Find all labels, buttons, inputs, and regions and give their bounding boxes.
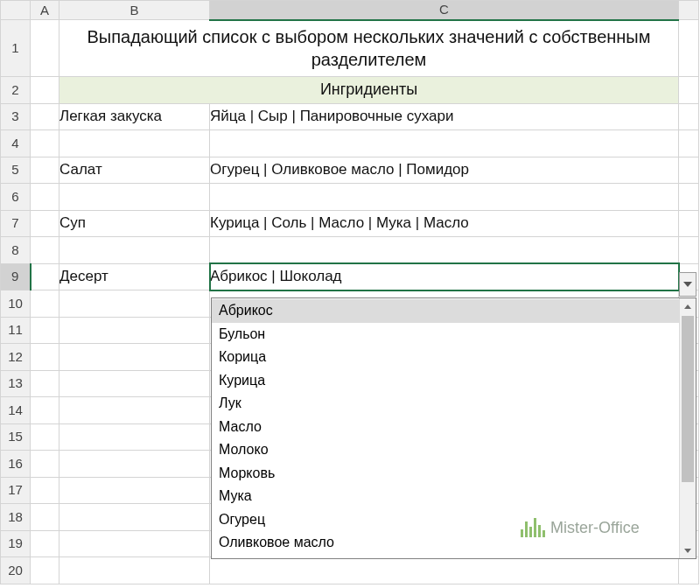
cell-d6[interactable] [679,184,699,211]
cell-d7[interactable] [679,210,699,237]
col-header-extra[interactable] [679,1,699,20]
dropdown-item[interactable]: Молоко [212,438,679,462]
row-header-10[interactable]: 10 [1,290,31,318]
cell-a11[interactable] [31,317,60,344]
dropdown-item[interactable]: Мука [212,485,679,508]
cell-a16[interactable] [31,451,60,478]
title-cell[interactable]: Выпадающий список с выбором нескольких з… [60,20,679,77]
cell-b17[interactable] [60,477,210,504]
row-header-11[interactable]: 11 [1,317,31,344]
cell-a8[interactable] [31,237,60,264]
cell-c20[interactable] [210,557,679,584]
cell-a1[interactable] [31,20,60,77]
row-header-9[interactable]: 9 [1,263,31,290]
row-header-20[interactable]: 20 [1,557,31,584]
ingredients-header[interactable]: Ингридиенты [60,77,679,104]
dropdown-item[interactable]: Масло [212,416,679,439]
cell-b3[interactable]: Легкая закуска [60,103,210,130]
cell-b20[interactable] [60,557,210,584]
cell-a6[interactable] [31,184,60,211]
cell-a14[interactable] [31,397,60,424]
cell-b5[interactable]: Салат [60,157,210,184]
cell-a7[interactable] [31,210,60,237]
cell-c9-active[interactable]: Абрикос | Шоколад [210,263,679,290]
scroll-down-icon[interactable] [680,542,696,558]
cell-a20[interactable] [31,557,60,584]
row-header-16[interactable]: 16 [1,451,31,478]
cell-d1[interactable] [679,20,699,77]
col-header-b[interactable]: B [60,1,210,20]
cell-a18[interactable] [31,504,60,531]
cell-b10[interactable] [60,290,210,318]
dropdown-button[interactable] [679,272,696,297]
row-header-7[interactable]: 7 [1,210,31,237]
cell-b8[interactable] [60,237,210,264]
cell-b6[interactable] [60,184,210,211]
cell-a9[interactable] [31,263,60,290]
cell-b7[interactable]: Суп [60,210,210,237]
dropdown-scrollbar[interactable] [679,298,696,558]
cell-a10[interactable] [31,290,60,318]
dropdown-item[interactable]: Курица [212,369,679,393]
cell-d3[interactable] [679,103,699,130]
cell-a15[interactable] [31,424,60,451]
cell-a2[interactable] [31,77,60,104]
cell-b18[interactable] [60,504,210,531]
cell-d2[interactable] [679,77,699,104]
row-header-5[interactable]: 5 [1,157,31,184]
cell-c7[interactable]: Курица | Соль | Масло | Мука | Масло [210,210,679,237]
row-header-4[interactable]: 4 [1,130,31,158]
cell-b19[interactable] [60,530,210,557]
cell-a13[interactable] [31,370,60,397]
row-header-19[interactable]: 19 [1,530,31,557]
cell-b12[interactable] [60,344,210,371]
cell-c5[interactable]: Огурец | Оливковое масло | Помидор [210,157,679,184]
scroll-up-icon[interactable] [680,298,696,314]
cell-a19[interactable] [31,530,60,557]
row-header-12[interactable]: 12 [1,344,31,371]
cell-b14[interactable] [60,397,210,424]
cell-c6[interactable] [210,184,679,211]
cell-d20[interactable] [679,557,699,584]
cell-a12[interactable] [31,344,60,371]
col-header-c[interactable]: C [210,1,679,20]
row-header-8[interactable]: 8 [1,237,31,264]
row-header-13[interactable]: 13 [1,370,31,397]
cell-b16[interactable] [60,451,210,478]
row-header-14[interactable]: 14 [1,397,31,424]
cell-c4[interactable] [210,130,679,158]
cell-b13[interactable] [60,370,210,397]
col-header-a[interactable]: A [31,1,60,20]
cell-a17[interactable] [31,477,60,504]
watermark: Mister-Office [521,518,640,537]
cell-a4[interactable] [31,130,60,158]
cell-c3[interactable]: Яйца | Сыр | Панировочные сухари [210,103,679,130]
row-header-2[interactable]: 2 [1,77,31,104]
dropdown-item[interactable]: Лук [212,392,679,416]
watermark-bars-icon [521,518,545,537]
watermark-text: Mister-Office [550,519,640,537]
dropdown-item[interactable]: Бульон [212,323,679,346]
cell-a5[interactable] [31,157,60,184]
row-header-3[interactable]: 3 [1,103,31,130]
dropdown-item[interactable]: Орехи [212,555,679,559]
row-header-6[interactable]: 6 [1,184,31,211]
cell-d8[interactable] [679,237,699,264]
cell-a3[interactable] [31,103,60,130]
cell-d5[interactable] [679,157,699,184]
cell-b4[interactable] [60,130,210,158]
dropdown-item[interactable]: Абрикос [212,299,679,323]
cell-d4[interactable] [679,130,699,158]
dropdown-item[interactable]: Морковь [212,462,679,486]
row-header-15[interactable]: 15 [1,424,31,451]
row-header-18[interactable]: 18 [1,504,31,531]
scroll-thumb[interactable] [682,316,694,482]
cell-c8[interactable] [210,237,679,264]
dropdown-item[interactable]: Корица [212,346,679,369]
select-all-corner[interactable] [1,1,31,20]
row-header-1[interactable]: 1 [1,20,31,77]
row-header-17[interactable]: 17 [1,477,31,504]
cell-b11[interactable] [60,317,210,344]
cell-b9[interactable]: Десерт [60,263,210,290]
cell-b15[interactable] [60,424,210,451]
